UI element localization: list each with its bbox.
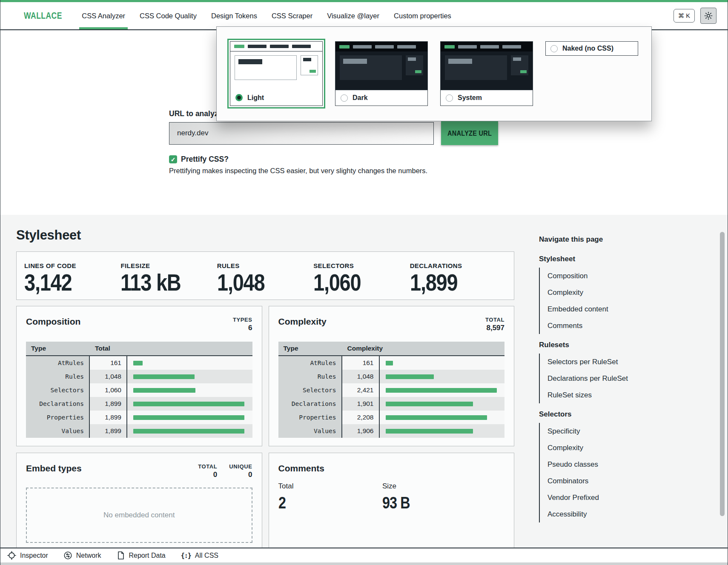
header-actions: ⌘ K	[674, 2, 717, 29]
radio-system[interactable]	[446, 94, 453, 102]
meta-label: TOTAL	[485, 317, 504, 323]
nav-item-custom-properties[interactable]: Custom properties	[393, 2, 452, 29]
composition-card: Composition TYPES6 TypeTotalAtRules161Ru…	[16, 306, 262, 446]
toc-item-pseudo-classes[interactable]: Pseudo classes	[540, 456, 709, 473]
table-row: Values1,906	[278, 424, 505, 438]
meta-unique: UNIQUE0	[229, 463, 252, 479]
value-bar	[133, 388, 195, 393]
bottom-toolbar: InspectorNetworkReport Data{:}All CSS	[0, 548, 728, 562]
url-input[interactable]	[169, 122, 434, 145]
theme-toggle-button[interactable]	[700, 8, 717, 24]
toc-item-complexity[interactable]: Complexity	[540, 439, 709, 456]
toc-items: SpecificityComplexityPseudo classesCombi…	[539, 423, 709, 522]
toc-item-accessibility[interactable]: Accessibility	[540, 506, 709, 522]
toc-item-ruleset-sizes[interactable]: RuleSet sizes	[540, 387, 709, 403]
preview-body	[335, 51, 427, 90]
stat-label: RULES	[217, 262, 313, 269]
crosshair-icon	[7, 551, 16, 560]
preview-navbar	[230, 42, 322, 51]
column-header: Total	[90, 345, 127, 352]
toolbar-label: Inspector	[20, 552, 48, 559]
embed-types-card: Embed types TOTAL0UNIQUE0 No embedded co…	[16, 453, 262, 548]
table-row: Values1,899	[26, 424, 252, 438]
toolbar-all-css[interactable]: {:}All CSS	[181, 552, 218, 559]
preview-text-bar	[238, 59, 262, 64]
toc-item-selectors-per-ruleset[interactable]: Selectors per RuleSet	[540, 354, 709, 370]
row-type: Declarations	[26, 397, 90, 411]
theme-option-system[interactable]: System	[440, 41, 533, 106]
row-value: 1,906	[342, 424, 380, 438]
prettify-checkbox[interactable]: ✓	[169, 155, 177, 163]
theme-preview-system	[441, 42, 533, 90]
value-bar	[386, 374, 434, 379]
toc-item-specificity[interactable]: Specificity	[540, 423, 709, 439]
comments-stat-label: Total	[278, 482, 382, 491]
stat-value: 3,142	[24, 271, 72, 294]
value-bar	[386, 402, 473, 406]
toc-item-complexity[interactable]: Complexity	[540, 284, 709, 301]
row-value: 1,048	[342, 370, 380, 383]
app-window: WALLACE CSS AnalyzerCSS Code QualityDesi…	[0, 0, 728, 565]
preview-side-pill	[303, 58, 311, 61]
radio-light[interactable]	[235, 94, 243, 101]
toolbar-network[interactable]: Network	[63, 551, 101, 560]
toc-section-rulesets[interactable]: Rulesets	[539, 341, 709, 349]
theme-option-footer: Light	[230, 90, 322, 106]
value-bar	[386, 429, 473, 434]
toc-section-selectors[interactable]: Selectors	[539, 410, 709, 419]
table-row: Declarations1,901	[278, 397, 505, 411]
table-row: AtRules161	[26, 356, 252, 370]
meta-value: 6	[233, 324, 252, 332]
row-bar-cell	[380, 383, 505, 397]
row-value: 2,208	[342, 411, 380, 424]
theme-option-light[interactable]: Light	[230, 41, 323, 106]
value-bar	[386, 361, 393, 365]
preview-pill	[248, 45, 267, 48]
analyze-url-button[interactable]: ANALYZE URL	[441, 121, 498, 145]
nav-item-css-code-quality[interactable]: CSS Code Quality	[139, 2, 198, 29]
toc-item-declarations-per-ruleset[interactable]: Declarations per RuleSet	[540, 370, 709, 387]
column-header: Type	[26, 345, 90, 352]
main-nav: CSS AnalyzerCSS Code QualityDesign Token…	[81, 2, 452, 29]
toc-section-stylesheet[interactable]: Stylesheet	[539, 255, 709, 263]
preview-pill	[375, 45, 394, 49]
comments-stat-label: Size	[382, 482, 486, 491]
toc-item-comments[interactable]: Comments	[540, 317, 709, 334]
wallace-logo[interactable]: WALLACE	[24, 10, 62, 21]
nav-item-design-tokens[interactable]: Design Tokens	[210, 2, 258, 29]
nav-item-css-scraper[interactable]: CSS Scraper	[271, 2, 313, 29]
scrollbar-thumb[interactable]	[720, 232, 725, 516]
preview-side-accent	[310, 70, 316, 73]
toolbar-label: All CSS	[195, 552, 218, 559]
preview-side-box	[406, 55, 423, 75]
row-value: 1,048	[90, 370, 127, 383]
preview-pill	[339, 45, 350, 49]
nav-item-css-analyzer[interactable]: CSS Analyzer	[81, 2, 126, 29]
prettify-description: Prettifying makes inspecting the CSS eas…	[169, 167, 427, 175]
value-bar	[386, 415, 487, 420]
toolbar-inspector[interactable]: Inspector	[7, 551, 48, 560]
theme-option-naked-no-css[interactable]: Naked (no CSS)	[545, 41, 638, 56]
row-bar-cell	[380, 397, 505, 411]
toc-item-composition[interactable]: Composition	[540, 268, 709, 284]
url-row: ANALYZE URL	[169, 121, 498, 145]
toc-item-vendor-prefixed[interactable]: Vendor Prefixed	[540, 489, 709, 506]
command-k-button[interactable]: ⌘ K	[674, 9, 695, 23]
toolbar-label: Network	[76, 552, 101, 559]
preview-navbar	[441, 42, 533, 51]
report-section: Stylesheet LINES OF CODE3,142FILESIZE113…	[0, 215, 728, 548]
row-value: 1,899	[90, 411, 127, 424]
toc-item-embedded-content[interactable]: Embedded content	[540, 301, 709, 317]
comments-stat-total: Total2	[278, 482, 382, 512]
nav-item-visualize-layer[interactable]: Visualize @layer	[326, 2, 380, 29]
radio-dark[interactable]	[341, 94, 348, 102]
toolbar-report-data[interactable]: Report Data	[117, 551, 166, 560]
comments-stat-value: 93 B	[382, 494, 410, 512]
row-type: Declarations	[278, 397, 342, 411]
toc-item-combinators[interactable]: Combinators	[540, 473, 709, 489]
table-row: Rules1,048	[26, 370, 252, 383]
stat-filesize: FILESIZE113 kB	[120, 252, 217, 300]
row-bar-cell	[127, 370, 252, 383]
radio-naked-no-css[interactable]	[550, 45, 558, 52]
theme-option-dark[interactable]: Dark	[335, 41, 428, 106]
